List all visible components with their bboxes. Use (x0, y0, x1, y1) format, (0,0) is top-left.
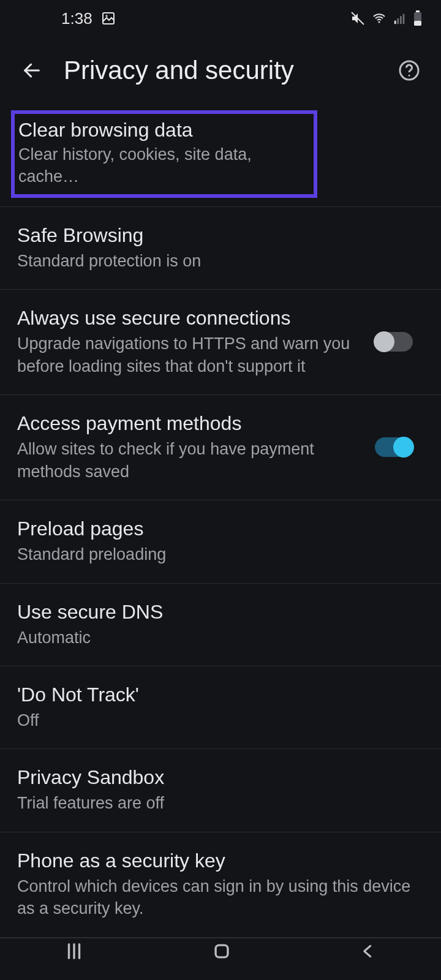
home-icon (211, 941, 232, 962)
item-subtitle: Trial features are off (17, 792, 424, 814)
item-access-payment-methods[interactable]: Access payment methods Allow sites to ch… (0, 395, 441, 500)
item-title: Clear browsing data (18, 118, 310, 142)
toggle-always-secure-connections[interactable] (375, 332, 413, 352)
wifi-icon (371, 11, 387, 26)
item-title: Always use secure connections (17, 306, 363, 330)
item-title: Privacy Sandbox (17, 765, 424, 790)
item-title: Preload pages (17, 516, 424, 541)
item-subtitle: Control which devices can sign in by usi… (17, 875, 424, 920)
svg-point-13 (409, 75, 410, 77)
svg-point-1 (105, 15, 107, 17)
item-subtitle: Upgrade navigations to HTTPS and warn yo… (17, 333, 363, 377)
recents-icon (64, 941, 85, 962)
system-nav-bar (0, 925, 441, 980)
item-subtitle: Allow sites to check if you have payment… (17, 438, 363, 483)
chevron-left-icon (359, 941, 377, 962)
item-subtitle: Standard preloading (17, 543, 424, 565)
help-icon (398, 59, 420, 81)
svg-rect-4 (394, 21, 396, 24)
status-time: 1:38 (61, 9, 92, 28)
item-subtitle: Clear history, cookies, site data, cache… (18, 143, 310, 188)
svg-rect-10 (414, 21, 421, 26)
item-do-not-track[interactable]: 'Do Not Track' Off (0, 666, 441, 749)
item-use-secure-dns[interactable]: Use secure DNS Automatic (0, 584, 441, 666)
item-phone-security-key[interactable]: Phone as a security key Control which de… (0, 832, 441, 938)
item-subtitle: Off (17, 709, 424, 731)
svg-rect-8 (416, 10, 420, 12)
item-title: Safe Browsing (17, 223, 424, 247)
help-button[interactable] (394, 56, 424, 85)
nav-recents-button[interactable] (64, 941, 85, 964)
toggle-access-payment-methods[interactable] (375, 437, 413, 457)
item-subtitle: Automatic (17, 627, 424, 649)
item-title: Use secure DNS (17, 600, 424, 624)
item-subtitle: Standard protection is on (17, 250, 424, 272)
item-title: Phone as a security key (17, 848, 424, 873)
item-title: 'Do Not Track' (17, 682, 424, 707)
item-safe-browsing[interactable]: Safe Browsing Standard protection is on (0, 207, 441, 290)
battery-icon (413, 10, 423, 26)
signal-icon (393, 11, 407, 26)
item-preload-pages[interactable]: Preload pages Standard preloading (0, 500, 441, 583)
app-header: Privacy and security (0, 37, 441, 104)
svg-rect-5 (397, 18, 399, 24)
image-icon (101, 11, 116, 26)
settings-list: Clear browsing data Clear history, cooki… (0, 104, 441, 938)
svg-point-3 (379, 21, 380, 23)
svg-rect-17 (216, 945, 228, 957)
back-button[interactable] (17, 56, 47, 85)
svg-rect-7 (403, 14, 405, 24)
mute-icon (350, 11, 365, 26)
status-bar: 1:38 (0, 0, 441, 37)
item-always-secure-connections[interactable]: Always use secure connections Upgrade na… (0, 290, 441, 395)
svg-rect-6 (400, 16, 402, 24)
item-title: Access payment methods (17, 411, 363, 435)
item-privacy-sandbox[interactable]: Privacy Sandbox Trial features are off (0, 749, 441, 832)
nav-home-button[interactable] (211, 941, 232, 964)
page-title: Privacy and security (64, 56, 377, 85)
arrow-left-icon (21, 60, 42, 81)
nav-back-button[interactable] (359, 941, 377, 964)
item-clear-browsing-data[interactable]: Clear browsing data Clear history, cooki… (11, 110, 317, 198)
